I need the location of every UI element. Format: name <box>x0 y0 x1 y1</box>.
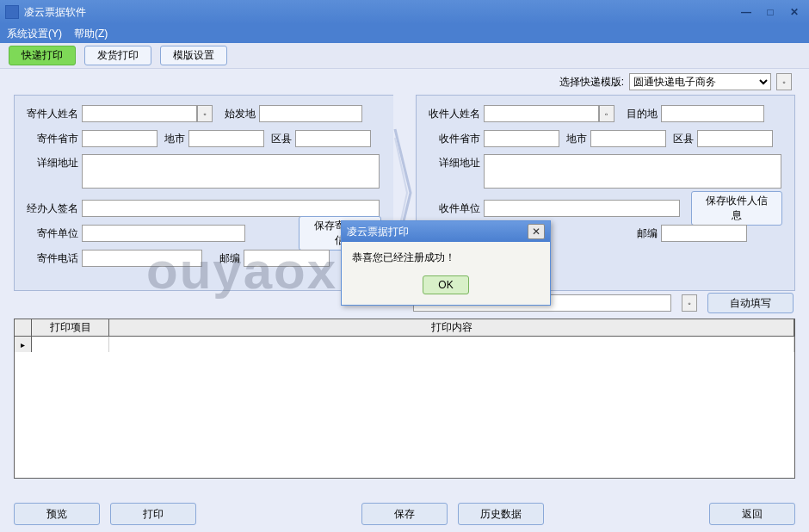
toolbar: 快递打印 发货打印 模版设置 <box>0 43 809 69</box>
history-button[interactable]: 历史数据 <box>458 503 544 525</box>
origin-input[interactable] <box>259 105 362 122</box>
table-row[interactable]: ▸ <box>15 337 794 352</box>
preview-button[interactable]: 预览 <box>14 503 100 525</box>
save-button[interactable]: 保存 <box>361 503 448 525</box>
sender-postcode-input[interactable] <box>244 250 330 267</box>
sender-phone-label: 寄件电话 <box>27 251 78 266</box>
autofill-dropdown-icon[interactable]: ◦ <box>682 294 697 312</box>
footer-buttons: 预览 打印 保存 历史数据 返回 <box>14 503 795 525</box>
sender-district-label: 区县 <box>264 132 292 146</box>
dest-input[interactable] <box>661 105 764 122</box>
receiver-name-label: 收件人姓名 <box>429 107 480 121</box>
sender-name-label: 寄件人姓名 <box>27 107 78 121</box>
close-button[interactable]: ✕ <box>785 5 804 19</box>
receiver-address-label: 详细地址 <box>429 154 480 170</box>
autofill-button[interactable]: 自动填写 <box>707 293 794 313</box>
template-dropdown-icon[interactable]: ◦ <box>776 73 792 90</box>
window-title: 凌云票据软件 <box>24 5 737 20</box>
sender-province-input[interactable] <box>82 130 157 147</box>
dialog-message: 恭喜您已经注册成功！ <box>352 251 540 265</box>
sender-signer-label: 经办人签名 <box>27 201 78 216</box>
receiver-city-input[interactable] <box>590 130 666 147</box>
menu-bar: 系统设置(Y) 帮助(Z) <box>0 24 809 43</box>
sender-province-label: 寄件省市 <box>27 132 78 146</box>
menu-help[interactable]: 帮助(Z) <box>74 27 108 41</box>
sender-address-label: 详细地址 <box>27 154 78 170</box>
save-receiver-button[interactable]: 保存收件人信息 <box>691 191 782 226</box>
receiver-province-input[interactable] <box>484 130 559 147</box>
sender-unit-input[interactable] <box>82 225 245 242</box>
grid-col-item: 打印项目 <box>32 319 109 336</box>
receiver-district-label: 区县 <box>666 132 694 146</box>
receiver-address-input[interactable] <box>484 154 781 189</box>
receiver-district-input[interactable] <box>697 130 773 147</box>
dialog-title: 凌云票据打印 <box>347 225 528 239</box>
dialog-close-button[interactable]: ✕ <box>528 224 545 239</box>
back-button[interactable]: 返回 <box>709 503 795 525</box>
sender-postcode-label: 邮编 <box>202 251 240 266</box>
sender-address-input[interactable] <box>82 154 380 189</box>
dest-label: 目的地 <box>614 107 658 121</box>
tab-express-print[interactable]: 快递打印 <box>9 46 76 65</box>
template-label: 选择快递模版: <box>559 75 624 90</box>
sender-city-label: 地市 <box>157 132 185 146</box>
template-select[interactable]: 圆通快递电子商务 <box>629 73 771 90</box>
print-button[interactable]: 打印 <box>110 503 196 525</box>
receiver-province-label: 收件省市 <box>429 132 480 146</box>
menu-system-settings[interactable]: 系统设置(Y) <box>7 27 62 41</box>
row-marker-icon: ▸ <box>15 337 32 352</box>
receiver-unit-input[interactable] <box>484 200 680 217</box>
sender-panel: 寄件人姓名 ◦ 始发地 寄件省市 地市 区县 详细地址 经办人签名 寄件单位 保… <box>14 95 393 291</box>
sender-signer-input[interactable] <box>82 200 380 217</box>
sender-unit-label: 寄件单位 <box>27 226 78 241</box>
receiver-name-input[interactable] <box>484 105 599 122</box>
receiver-name-dropdown-icon[interactable]: ◦ <box>599 105 614 122</box>
grid-corner <box>15 319 32 336</box>
sender-city-input[interactable] <box>188 130 264 147</box>
sender-phone-input[interactable] <box>82 250 202 267</box>
tab-shipment-print[interactable]: 发货打印 <box>84 46 151 65</box>
receiver-postcode-label: 邮编 <box>630 226 658 241</box>
title-bar: 凌云票据软件 — □ ✕ <box>0 0 809 24</box>
receiver-city-label: 地市 <box>559 132 587 146</box>
receiver-unit-label: 收件单位 <box>429 201 480 216</box>
app-icon <box>5 5 19 19</box>
dialog-ok-button[interactable]: OK <box>423 275 469 294</box>
sender-name-input[interactable] <box>82 105 197 122</box>
maximize-button[interactable]: □ <box>761 5 780 19</box>
receiver-postcode-input[interactable] <box>661 225 747 242</box>
minimize-button[interactable]: — <box>737 5 756 19</box>
tab-template-config[interactable]: 模版设置 <box>160 46 227 65</box>
template-selector-row: 选择快递模版: 圆通快递电子商务 ◦ <box>0 69 809 95</box>
grid-col-content: 打印内容 <box>109 319 794 336</box>
sender-district-input[interactable] <box>295 130 371 147</box>
success-dialog: 凌云票据打印 ✕ 恭喜您已经注册成功！ OK <box>341 220 551 306</box>
print-grid: 打印项目 打印内容 ▸ <box>14 319 795 479</box>
origin-label: 始发地 <box>213 107 256 121</box>
sender-name-dropdown-icon[interactable]: ◦ <box>197 105 213 122</box>
